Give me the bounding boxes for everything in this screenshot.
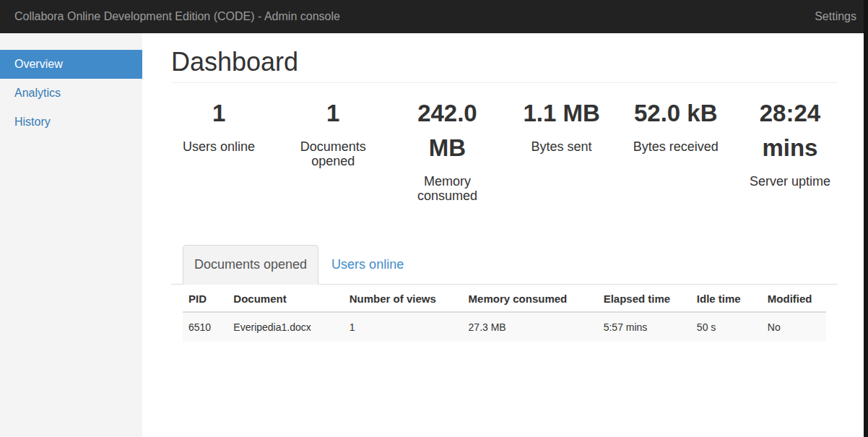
tab-documents-opened[interactable]: Documents opened	[183, 245, 318, 285]
main-content: Dashboard 1 Users online 1 Documents ope…	[142, 33, 864, 437]
documents-table: PID Document Number of views Memory cons…	[183, 285, 826, 342]
app-title: Collabora Online Development Edition (CO…	[14, 10, 340, 23]
table-header-row: PID Document Number of views Memory cons…	[183, 285, 826, 312]
top-navbar: Collabora Online Development Edition (CO…	[0, 0, 868, 33]
cell-memory: 27.3 MB	[463, 312, 598, 342]
stat-memory-consumed: 242.0 MB Memory consumed	[390, 96, 504, 204]
scrollbar[interactable]	[864, 0, 868, 437]
sidebar: Overview Analytics History	[0, 33, 142, 437]
cell-modified: No	[762, 312, 826, 342]
stat-label: Documents opened	[285, 139, 381, 169]
sidebar-item-overview[interactable]: Overview	[0, 50, 142, 79]
stat-value: 28:24 mins	[745, 96, 835, 165]
column-header-pid: PID	[183, 285, 227, 312]
stat-server-uptime: 28:24 mins Server uptime	[733, 96, 847, 204]
stat-value: 1.1 MB	[517, 96, 607, 131]
stat-documents-opened: 1 Documents opened	[276, 96, 390, 204]
column-header-elapsed: Elapsed time	[598, 285, 691, 312]
cell-document: Everipedia1.docx	[227, 312, 343, 342]
table-row[interactable]: 6510 Everipedia1.docx 1 27.3 MB 5:57 min…	[183, 312, 826, 342]
sidebar-item-history[interactable]: History	[0, 108, 142, 137]
stat-users-online: 1 Users online	[162, 96, 276, 204]
stat-label: Users online	[171, 139, 266, 155]
tab-bar: Documents opened Users online	[171, 245, 838, 285]
stat-label: Bytes sent	[514, 139, 609, 155]
column-header-views: Number of views	[344, 285, 463, 312]
stats-row: 1 Users online 1 Documents opened 242.0 …	[162, 96, 847, 204]
cell-views: 1	[344, 312, 463, 342]
cell-idle: 50 s	[691, 312, 762, 342]
column-header-memory: Memory consumed	[463, 285, 598, 312]
stat-value: 242.0 MB	[402, 96, 492, 165]
page-title: Dashboard	[171, 48, 838, 83]
stat-value: 1	[174, 96, 264, 131]
stat-label: Bytes received	[628, 139, 724, 155]
column-header-document: Document	[227, 285, 343, 312]
column-header-modified: Modified	[762, 285, 826, 312]
sidebar-item-analytics[interactable]: Analytics	[0, 79, 142, 108]
stat-bytes-received: 52.0 kB Bytes received	[619, 96, 733, 204]
stat-label: Memory consumed	[399, 174, 495, 204]
stat-label: Server uptime	[742, 174, 838, 189]
tab-users-online[interactable]: Users online	[320, 245, 415, 285]
settings-link[interactable]: Settings	[815, 10, 856, 23]
stat-value: 1	[288, 96, 378, 131]
stat-value: 52.0 kB	[631, 96, 721, 131]
cell-elapsed: 5:57 mins	[598, 312, 691, 342]
cell-pid: 6510	[183, 312, 227, 342]
column-header-idle: Idle time	[691, 285, 762, 312]
stat-bytes-sent: 1.1 MB Bytes sent	[505, 96, 619, 204]
